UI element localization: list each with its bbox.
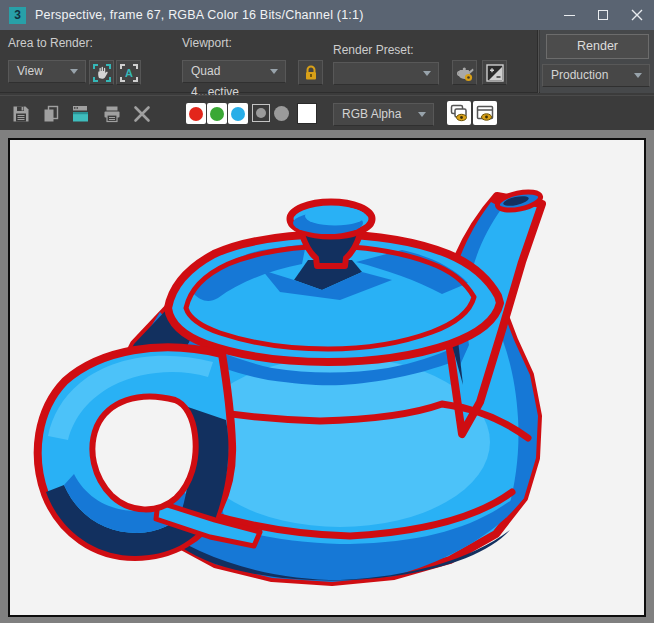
chevron-down-icon (70, 69, 78, 74)
alpha-channel-button[interactable] (274, 106, 289, 121)
copy-icon (41, 104, 61, 124)
toggle-ui-icon (475, 103, 495, 123)
clone-window-button[interactable] (70, 103, 92, 125)
exposure-icon (486, 64, 504, 82)
auto-region-button[interactable]: A (116, 60, 141, 85)
chevron-down-icon (634, 73, 642, 78)
area-to-render-label: Area to Render: (8, 36, 93, 50)
svg-text:A: A (125, 67, 133, 79)
chevron-down-icon (423, 71, 431, 76)
render-preset-dropdown[interactable] (333, 62, 439, 85)
pan-region-icon (92, 63, 112, 83)
window-title: Perspective, frame 67, RGBA Color 16 Bit… (35, 8, 364, 22)
chevron-down-icon (418, 112, 426, 117)
maximize-icon (598, 10, 608, 20)
toggle-overlays-icon (449, 103, 469, 123)
close-x-icon (132, 104, 152, 124)
rendered-frame-window: 3 Perspective, frame 67, RGBA Color 16 B… (0, 0, 654, 623)
save-icon (11, 104, 31, 124)
toggle-overlays-button[interactable] (447, 101, 471, 125)
clone-window-icon (70, 103, 92, 125)
close-button[interactable] (620, 0, 654, 30)
toggle-ui-button[interactable] (473, 101, 497, 125)
viewport-dropdown[interactable]: Quad 4...ective (182, 60, 286, 83)
green-channel-button[interactable] (207, 103, 227, 124)
green-channel-icon (210, 107, 224, 121)
render-mode-dropdown[interactable]: Production (542, 64, 650, 87)
window-controls (552, 0, 654, 30)
minimize-button[interactable] (552, 0, 586, 30)
red-channel-button[interactable] (186, 103, 206, 124)
blue-channel-button[interactable] (228, 103, 248, 124)
area-to-render-dropdown[interactable]: View (8, 60, 86, 83)
chevron-down-icon (270, 69, 278, 74)
render-preset-label: Render Preset: (333, 43, 414, 57)
monochrome-icon (256, 108, 266, 118)
close-icon (631, 9, 643, 21)
teapot-lid (168, 202, 500, 362)
render-panel: Render Production (540, 30, 654, 93)
teapot-handle (38, 347, 260, 557)
render-button[interactable]: Render (546, 34, 649, 59)
copy-image-button[interactable] (40, 103, 62, 125)
print-image-button[interactable] (101, 103, 123, 125)
background-color-swatch[interactable] (297, 103, 317, 124)
viewport-value: Quad 4...ective (191, 64, 239, 99)
pan-region-button[interactable] (89, 60, 114, 85)
environment-exposure-button[interactable] (482, 60, 507, 85)
toolbar-divider (537, 30, 539, 93)
channel-display-dropdown[interactable]: RGB Alpha (333, 103, 434, 126)
canvas-frame (0, 130, 654, 623)
print-icon (102, 104, 122, 124)
toolbar-row-2: RGB Alpha (0, 95, 654, 130)
lock-icon (302, 64, 320, 82)
lock-viewport-button[interactable] (298, 60, 323, 85)
minimize-icon (564, 15, 575, 16)
save-image-button[interactable] (10, 103, 32, 125)
app-icon: 3 (9, 7, 26, 24)
area-to-render-value: View (17, 64, 43, 78)
blue-channel-icon (231, 107, 245, 121)
rendered-teapot-image (10, 140, 644, 615)
maximize-button[interactable] (586, 0, 620, 30)
channel-display-value: RGB Alpha (342, 107, 401, 121)
render-mode-value: Production (551, 68, 608, 82)
red-channel-icon (189, 107, 203, 121)
viewport-label: Viewport: (182, 36, 232, 50)
render-canvas[interactable] (8, 138, 646, 617)
monochrome-button[interactable] (252, 104, 270, 122)
titlebar: 3 Perspective, frame 67, RGBA Color 16 B… (0, 0, 654, 30)
clear-image-button[interactable] (131, 103, 153, 125)
auto-region-icon: A (119, 63, 139, 83)
render-setup-teapot-icon (454, 62, 476, 84)
render-setup-button[interactable] (452, 60, 477, 85)
toolbar-row-1: Area to Render: View A Viewport: Quad 4.… (0, 30, 654, 93)
